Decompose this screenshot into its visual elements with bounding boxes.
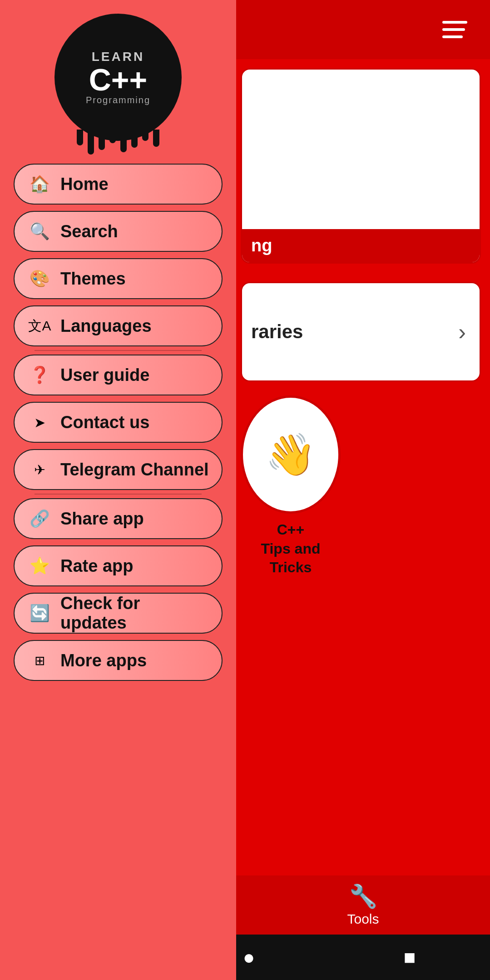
menu-item-check-updates[interactable]: 🔄 Check for updates bbox=[14, 593, 223, 634]
menu-item-user-guide-label: User guide bbox=[60, 365, 149, 385]
search-icon: 🔍 bbox=[27, 219, 52, 244]
wave-title-line2: Tips and Tricks bbox=[241, 540, 341, 577]
logo-cpp-text: C++ bbox=[89, 64, 148, 95]
hamburger-button[interactable] bbox=[442, 21, 467, 38]
home-icon: 🏠 bbox=[27, 172, 52, 197]
nav-recent-button[interactable]: ■ bbox=[404, 946, 416, 969]
wave-title-line1: C++ bbox=[241, 520, 341, 540]
divider-2 bbox=[35, 494, 202, 495]
top-bar bbox=[236, 0, 490, 59]
user-guide-icon: ❓ bbox=[27, 363, 52, 388]
menu-group-3: 🔗 Share app ⭐ Rate app 🔄 Check for updat… bbox=[14, 498, 223, 681]
contact-us-icon: ➤ bbox=[27, 410, 52, 435]
drawer: LEARN C++ Programming 🏠 Home 🔍 Search 🎨 … bbox=[0, 0, 236, 980]
wave-emoji: 👋 bbox=[265, 431, 316, 479]
menu-group-1: 🏠 Home 🔍 Search 🎨 Themes 文A Languages bbox=[14, 164, 223, 346]
logo-learn-text: LEARN bbox=[92, 50, 144, 64]
card-wave[interactable]: 👋 bbox=[241, 395, 341, 514]
card-top-label: ng bbox=[242, 229, 480, 262]
menu-item-languages[interactable]: 文A Languages bbox=[14, 305, 223, 346]
menu-item-share-app[interactable]: 🔗 Share app bbox=[14, 498, 223, 539]
menu-group-2: ❓ User guide ➤ Contact us ✈ Telegram Cha… bbox=[14, 355, 223, 490]
menu-item-telegram[interactable]: ✈ Telegram Channel bbox=[14, 449, 223, 490]
menu-item-contact-us-label: Contact us bbox=[60, 413, 149, 432]
menu-item-more-apps[interactable]: ⊞ More apps bbox=[14, 640, 223, 681]
grid-icon: ⊞ bbox=[27, 648, 52, 673]
languages-icon: 文A bbox=[27, 314, 52, 339]
menu-item-themes[interactable]: 🎨 Themes bbox=[14, 258, 223, 299]
menu-item-rate-app[interactable]: ⭐ Rate app bbox=[14, 545, 223, 586]
menu-item-themes-label: Themes bbox=[60, 269, 126, 289]
drip-decoration bbox=[77, 130, 159, 155]
card-top-right: ng bbox=[241, 68, 481, 264]
app-logo: LEARN C++ Programming bbox=[54, 14, 182, 141]
telegram-icon: ✈ bbox=[27, 457, 52, 482]
wave-label: C++ Tips and Tricks bbox=[241, 520, 341, 577]
menu-item-more-apps-label: More apps bbox=[60, 651, 147, 670]
arrow-icon: › bbox=[458, 319, 466, 345]
menu-item-telegram-label: Telegram Channel bbox=[60, 460, 209, 480]
share-icon: 🔗 bbox=[27, 506, 52, 531]
tools-label: Tools bbox=[347, 911, 379, 927]
menu-item-user-guide[interactable]: ❓ User guide bbox=[14, 355, 223, 395]
menu-item-check-updates-label: Check for updates bbox=[60, 594, 209, 633]
nav-home-button[interactable]: ● bbox=[243, 946, 255, 969]
tools-bar[interactable]: 🔧 Tools bbox=[236, 875, 490, 935]
star-icon: ⭐ bbox=[27, 554, 52, 579]
tools-icon: 🔧 bbox=[349, 883, 377, 910]
refresh-icon: 🔄 bbox=[27, 601, 52, 626]
menu-item-search[interactable]: 🔍 Search bbox=[14, 211, 223, 252]
divider-1 bbox=[35, 350, 202, 351]
menu-item-share-app-label: Share app bbox=[60, 509, 144, 529]
card-second-text: raries bbox=[251, 321, 303, 343]
menu-item-contact-us[interactable]: ➤ Contact us bbox=[14, 402, 223, 443]
menu-item-home[interactable]: 🏠 Home bbox=[14, 164, 223, 205]
themes-icon: 🎨 bbox=[27, 266, 52, 291]
card-second[interactable]: raries › bbox=[241, 282, 481, 382]
menu-item-search-label: Search bbox=[60, 222, 118, 241]
menu-item-home-label: Home bbox=[60, 175, 109, 194]
logo-programming-text: Programming bbox=[86, 95, 150, 105]
menu-item-languages-label: Languages bbox=[60, 316, 152, 336]
menu-item-rate-app-label: Rate app bbox=[60, 556, 133, 576]
